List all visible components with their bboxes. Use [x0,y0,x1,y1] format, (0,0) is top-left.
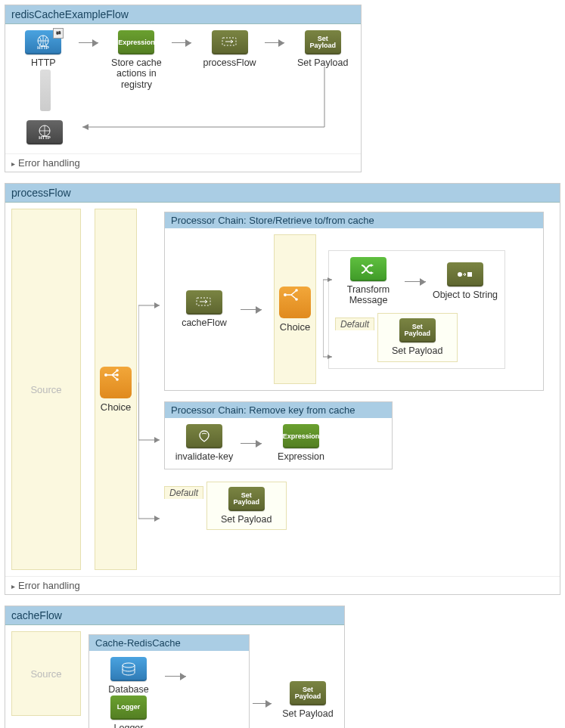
flow-title: processFlow [5,184,560,203]
error-handling-toggle[interactable]: Error handling [5,153,361,172]
set-payload-node[interactable]: Set Payload Set Payload [384,318,451,356]
source-placeholder: Source [11,209,81,570]
set-payload-icon: Set Payload [290,681,326,705]
transform-message-node[interactable]: Transform Message [335,257,402,306]
arrow [250,691,277,715]
http-listener-node[interactable]: HTTP ⇄ HTTP [11,30,76,68]
expression-node[interactable]: Expression Store cache actions in regist… [104,30,169,90]
arrow [76,30,104,54]
database-icon [110,657,147,681]
http-response-node[interactable]: HTTP [11,120,78,147]
flow-processFlow: processFlow Source Choice [5,183,560,595]
svg-point-6 [116,369,119,372]
set-payload-node[interactable]: Set Payload Set Payload [278,681,338,719]
processor-chain-store-retrieve: Processor Chain: Store/Retrieve to/from … [164,212,544,391]
http-icon: HTTP ⇄ [25,30,61,54]
object-to-string-node[interactable]: Object to String [432,262,498,300]
flow-ref-icon [186,290,222,314]
set-payload-icon: Set Payload [228,487,265,511]
connector [40,70,51,111]
svg-point-13 [458,272,462,277]
branch-arrows [138,209,164,556]
set-payload-node[interactable]: Set Payload Set Payload [213,487,280,525]
set-payload-icon: Set Payload [305,30,341,54]
svg-rect-14 [467,272,472,277]
choice-icon [100,367,132,398]
http-icon: HTTP [26,120,63,144]
transform-icon [350,257,386,281]
arrow [402,269,432,293]
cache-scope: Cache-RedisCache Database Logger Logger [88,634,250,728]
logger-node[interactable]: Logger Logger [95,695,162,729]
choice-icon [279,287,311,318]
svg-text:HTTP: HTTP [37,45,49,50]
svg-text:HTTP: HTTP [39,135,51,140]
svg-point-11 [295,289,298,292]
flow-title: redisCacheExampleFlow [5,5,361,24]
arrow [237,431,268,455]
set-payload-icon: Set Payload [399,318,436,342]
invalidate-icon [186,424,222,448]
svg-point-15 [123,663,135,668]
arrow [162,664,192,688]
arrow [262,30,290,54]
object-to-string-icon [447,262,483,287]
svg-point-12 [295,298,298,301]
expression-icon: Expression [118,30,154,54]
inner-choice-router[interactable]: Choice [274,234,316,384]
flow-redisCacheExampleFlow: redisCacheExampleFlow HTTP ⇄ HTTP Expres… [5,5,362,172]
arrow [169,30,197,54]
source-placeholder: Source [11,631,81,716]
flow-ref-icon [212,30,248,54]
database-node[interactable]: Database [95,657,162,695]
logger-icon: Logger [110,695,147,720]
invalidate-key-node[interactable]: invalidate-key [171,424,237,462]
svg-point-8 [116,378,119,381]
expression-icon: Expression [283,424,319,448]
flow-title: cacheFlow [5,606,344,625]
flow-ref-node[interactable]: cacheFlow [171,290,237,328]
expression-node[interactable]: Expression Expression [268,424,334,462]
processor-chain-remove-key: Processor Chain: Remove key from cache i… [164,401,393,469]
flow-ref-node[interactable]: processFlow [197,30,262,68]
flow-cacheFlow: cacheFlow Source Cache-RedisCache Databa… [5,606,345,728]
error-handling-toggle[interactable]: Error handling [5,576,560,594]
svg-point-5 [104,373,107,376]
choice-router[interactable]: Choice [95,209,137,570]
svg-point-10 [284,293,287,296]
arrow [237,297,268,321]
set-payload-node[interactable]: Set Payload Set Payload [290,30,355,68]
svg-point-7 [116,373,119,376]
